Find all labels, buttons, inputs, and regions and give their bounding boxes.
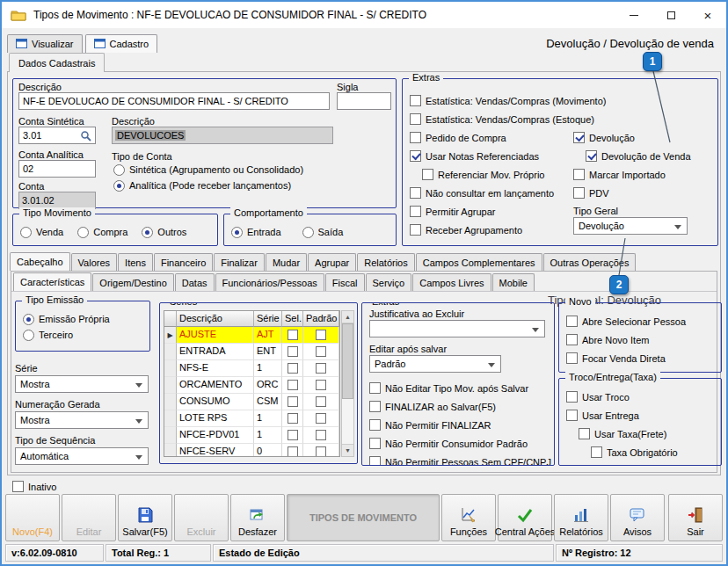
tipo-sequencia-select[interactable]: Automática: [15, 447, 149, 465]
checkbox-estatistica-vendas-compras-estoque[interactable]: Estatística: Vendas/Compras (Estoque): [410, 110, 606, 128]
toolbar-editar[interactable]: Editar: [62, 494, 116, 541]
series-sel-cell[interactable]: [282, 410, 303, 427]
editar-apos-salvar-select[interactable]: Padrão: [369, 355, 501, 373]
checkbox-box[interactable]: [410, 95, 421, 106]
radio-dot[interactable]: [23, 314, 34, 325]
series-sel-cell[interactable]: [282, 327, 303, 344]
series-padrao-cell[interactable]: [303, 410, 339, 427]
inativo-box[interactable]: [12, 481, 24, 492]
checkbox-box[interactable]: [316, 330, 326, 340]
checkbox-box[interactable]: [316, 446, 326, 457]
checkbox-nao-permitir-pessoas-sem-cpf-cnpj[interactable]: Não Permitir Pessoas Sem CPF/CNPJ: [369, 453, 551, 466]
series-sel-cell[interactable]: [282, 394, 303, 410]
close-button[interactable]: ×: [689, 2, 726, 28]
radio-terceiro[interactable]: Terceiro: [23, 328, 149, 342]
checkbox-estatistica-vendas-compras-movimento[interactable]: Estatística: Vendas/Compras (Movimento): [410, 91, 606, 110]
checkbox-box[interactable]: [369, 438, 381, 449]
checkbox-box[interactable]: [288, 363, 298, 374]
toolbar-funcoes[interactable]: Funções: [441, 494, 496, 541]
tab-agrupar[interactable]: Agrupar: [308, 253, 356, 271]
scroll-track[interactable]: [342, 323, 353, 444]
radio-dot[interactable]: [113, 164, 125, 176]
series-col-sel[interactable]: Sel.: [282, 311, 303, 327]
checkbox-usar-taxa-frete[interactable]: Usar Taxa(Frete): [579, 424, 678, 443]
checkbox-box[interactable]: [422, 169, 433, 180]
checkbox-box[interactable]: [288, 430, 298, 440]
checkbox-box[interactable]: [573, 132, 585, 143]
tab-servico[interactable]: Serviço: [366, 273, 412, 291]
tab-fiscal[interactable]: Fiscal: [325, 273, 365, 291]
radio-outros[interactable]: Outros: [142, 225, 186, 239]
checkbox-box[interactable]: [410, 132, 421, 143]
series-padrao-cell[interactable]: [303, 377, 339, 394]
checkbox-box[interactable]: [316, 380, 326, 390]
scroll-thumb[interactable]: [342, 323, 353, 399]
checkbox-box[interactable]: [316, 413, 326, 424]
checkbox-abre-selecionar-pessoa[interactable]: Abre Selecionar Pessoa: [566, 312, 686, 330]
checkbox-box[interactable]: [369, 382, 381, 394]
checkbox-focar-venda-direta[interactable]: Focar Venda Direta: [566, 349, 686, 367]
toolbar-relatorios[interactable]: Relatórios: [554, 494, 608, 541]
radio-emissao-propria[interactable]: Emissão Própria: [23, 312, 149, 326]
radio-analitica-pode-receber-lancamentos[interactable]: Analítica (Pode receber lançamentos): [113, 178, 303, 192]
tab-dados-cadastrais[interactable]: Dados Cadastrais: [9, 53, 105, 72]
checkbox-box[interactable]: [579, 428, 590, 439]
checkbox-devolucao[interactable]: Devolução: [573, 128, 691, 147]
series-row-entrada[interactable]: ENTRADAENT: [164, 344, 339, 360]
search-icon[interactable]: [80, 130, 91, 142]
justificativa-select[interactable]: [369, 320, 545, 337]
tab-campos-livres[interactable]: Campos Livres: [412, 273, 491, 291]
checkbox-box[interactable]: [369, 456, 381, 466]
checkbox-nao-editar-tipo-mov-apos-salvar[interactable]: Não Editar Tipo Mov. após Salvar: [369, 379, 551, 397]
checkbox-box[interactable]: [566, 352, 578, 364]
tab-finalizar[interactable]: Finalizar: [214, 253, 265, 271]
radio-venda[interactable]: Venda: [20, 225, 63, 239]
tab-cadastro[interactable]: Cadastro: [85, 34, 158, 53]
checkbox-finalizar-ao-salvar-f5[interactable]: FINALIZAR ao Salvar(F5): [369, 397, 551, 416]
series-row-consumo[interactable]: CONSUMOCSM: [164, 394, 339, 410]
descricao-input[interactable]: NF-E DEVOLUCAO DE CONSUMIDOR FINAL - S/ …: [18, 92, 330, 110]
series-padrao-cell[interactable]: [303, 360, 339, 377]
tab-mobile[interactable]: Mobile: [492, 273, 535, 291]
radio-dot[interactable]: [113, 180, 125, 192]
toolbar-desfazer[interactable]: Desfazer: [230, 494, 285, 541]
tab-mudar[interactable]: Mudar: [266, 253, 307, 271]
checkbox-box[interactable]: [573, 169, 585, 180]
checkbox-nao-permitir-consumidor-padrao[interactable]: Não Permitir Consumidor Padrão: [369, 434, 551, 453]
checkbox-box[interactable]: [591, 446, 602, 458]
checkbox-box[interactable]: [410, 206, 421, 217]
checkbox-box[interactable]: [369, 401, 381, 412]
tab-funcionarios-pessoas[interactable]: Funcionários/Pessoas: [215, 273, 324, 291]
checkbox-devolucao-de-venda[interactable]: Devolução de Venda: [586, 147, 691, 165]
checkbox-pdv[interactable]: PDV: [573, 184, 691, 202]
tab-itens[interactable]: Itens: [118, 253, 153, 271]
maximize-button[interactable]: [652, 2, 689, 28]
checkbox-box[interactable]: [288, 446, 298, 457]
checkbox-box[interactable]: [410, 224, 421, 236]
series-row-orcamento[interactable]: ORCAMENTOORC: [164, 377, 339, 394]
radio-dot[interactable]: [231, 227, 243, 238]
checkbox-box[interactable]: [566, 410, 578, 421]
checkbox-nao-permitir-finalizar[interactable]: Não Permitir FINALIZAR: [369, 416, 551, 434]
series-padrao-cell[interactable]: [303, 344, 339, 360]
toolbar-novo-f4[interactable]: Novo(F4): [5, 494, 60, 541]
scroll-down-icon[interactable]: ▼: [342, 444, 353, 456]
toolbar-tipos-de-movimento[interactable]: TIPOS DE MOVIMENTO: [287, 494, 440, 541]
series-row-lote-rps[interactable]: LOTE RPS1: [164, 410, 339, 427]
tab-relatorios[interactable]: Relatórios: [357, 253, 415, 271]
series-sel-cell[interactable]: [282, 377, 303, 394]
checkbox-usar-entrega[interactable]: Usar Entrega: [566, 406, 678, 424]
tab-visualizar[interactable]: Visualizar: [7, 34, 83, 53]
series-sel-cell[interactable]: [282, 360, 303, 377]
checkbox-box[interactable]: [410, 113, 421, 125]
checkbox-box[interactable]: [316, 363, 326, 374]
checkbox-box[interactable]: [316, 396, 326, 407]
series-padrao-cell[interactable]: [303, 327, 339, 344]
tab-campos-complementares[interactable]: Campos Complementares: [416, 253, 542, 271]
toolbar-central-acoes[interactable]: Central Ações: [498, 494, 552, 541]
checkbox-box[interactable]: [288, 396, 298, 407]
checkbox-box[interactable]: [566, 391, 578, 403]
serie-select[interactable]: Mostra: [15, 375, 149, 393]
series-col-serie[interactable]: Série: [254, 311, 282, 327]
series-row-nfce-pdv01[interactable]: NFCE-PDV011: [164, 427, 339, 444]
